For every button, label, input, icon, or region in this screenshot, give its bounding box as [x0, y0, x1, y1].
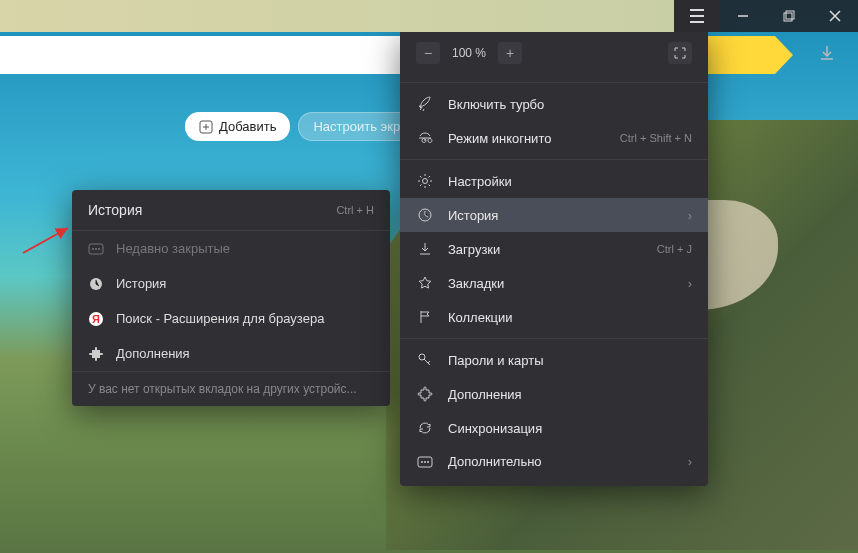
- incognito-label: Режим инкогнито: [448, 131, 606, 146]
- download-icon: [818, 44, 836, 62]
- svg-point-15: [424, 461, 426, 463]
- customize-label: Настроить экра: [313, 119, 407, 134]
- menu-button[interactable]: [674, 0, 720, 32]
- maximize-button[interactable]: [766, 0, 812, 32]
- svg-point-5: [95, 248, 97, 250]
- gear-icon: [416, 173, 434, 189]
- svg-text:Я: Я: [92, 313, 100, 325]
- svg-point-10: [423, 179, 428, 184]
- fullscreen-button[interactable]: [668, 42, 692, 64]
- plus-box-icon: [199, 120, 213, 134]
- close-button[interactable]: [812, 0, 858, 32]
- submenu-shortcut: Ctrl + H: [336, 204, 374, 216]
- passwords-item[interactable]: Пароли и карты: [400, 343, 708, 377]
- svg-point-14: [421, 461, 423, 463]
- main-menu: − 100 % + Включить турбо Режим инкогнито…: [400, 32, 708, 486]
- more-label: Дополнительно: [448, 454, 674, 469]
- chevron-right-icon: ›: [688, 208, 692, 223]
- sync-label: Синхронизация: [448, 421, 692, 436]
- bookmarks-label: Закладки: [448, 276, 674, 291]
- downloads-indicator[interactable]: [818, 44, 836, 62]
- submenu-header[interactable]: История Ctrl + H: [72, 190, 390, 231]
- flag-icon: [416, 309, 434, 325]
- more-item[interactable]: Дополнительно ›: [400, 445, 708, 478]
- incognito-item[interactable]: Режим инкогнито Ctrl + Shift + N: [400, 121, 708, 155]
- svg-point-6: [98, 248, 100, 250]
- svg-point-16: [427, 461, 429, 463]
- chevron-right-icon: ›: [688, 454, 692, 469]
- settings-item[interactable]: Настройки: [400, 164, 708, 198]
- settings-label: Настройки: [448, 174, 692, 189]
- search-ext-item[interactable]: Я Поиск - Расширения для браузера: [72, 301, 390, 336]
- addons-menu-label: Дополнения: [448, 387, 692, 402]
- chevron-right-icon: ›: [688, 276, 692, 291]
- titlebar: [0, 0, 858, 32]
- search-ext-label: Поиск - Расширения для браузера: [116, 311, 324, 326]
- sync-icon: [416, 420, 434, 436]
- submenu-footer: У вас нет открытых вкладок на других уст…: [72, 371, 390, 406]
- minimize-button[interactable]: [720, 0, 766, 32]
- download-icon: [416, 241, 434, 257]
- zoom-out-button[interactable]: −: [416, 42, 440, 64]
- separator: [400, 338, 708, 339]
- yandex-icon: Я: [88, 312, 104, 326]
- recently-closed-label: Недавно закрытые: [116, 241, 230, 256]
- submenu-title: История: [88, 202, 142, 218]
- collections-item[interactable]: Коллекции: [400, 300, 708, 334]
- minimize-icon: [737, 10, 749, 22]
- zoom-value: 100 %: [442, 46, 496, 60]
- addons-label: Дополнения: [116, 346, 190, 361]
- clock-icon: [88, 277, 104, 291]
- turbo-label: Включить турбо: [448, 97, 692, 112]
- rocket-icon: [416, 96, 434, 112]
- maximize-icon: [783, 10, 795, 22]
- downloads-shortcut: Ctrl + J: [657, 243, 692, 255]
- collections-label: Коллекции: [448, 310, 692, 325]
- separator: [400, 159, 708, 160]
- key-icon: [416, 352, 434, 368]
- history-item[interactable]: История: [72, 266, 390, 301]
- titlebar-spacer: [0, 0, 674, 32]
- hamburger-icon: [689, 9, 705, 23]
- downloads-item[interactable]: Загрузки Ctrl + J: [400, 232, 708, 266]
- history-label: История: [116, 276, 166, 291]
- puzzle-icon: [416, 386, 434, 402]
- quick-actions: Добавить Настроить экра: [185, 112, 422, 141]
- add-label: Добавить: [219, 119, 276, 134]
- svg-point-4: [92, 248, 94, 250]
- separator: [400, 82, 708, 83]
- passwords-label: Пароли и карты: [448, 353, 692, 368]
- zoom-row: − 100 % +: [400, 32, 708, 78]
- addons-item[interactable]: Дополнения: [72, 336, 390, 371]
- annotation-arrow: [18, 225, 78, 255]
- puzzle-icon: [88, 347, 104, 361]
- recently-closed-item: Недавно закрытые: [72, 231, 390, 266]
- sync-item[interactable]: Синхронизация: [400, 411, 708, 445]
- more-icon: [416, 456, 434, 468]
- close-icon: [829, 10, 841, 22]
- downloads-label: Загрузки: [448, 242, 643, 257]
- bookmarks-item[interactable]: Закладки ›: [400, 266, 708, 300]
- fullscreen-icon: [674, 47, 686, 59]
- more-icon: [88, 243, 104, 255]
- svg-rect-0: [784, 13, 792, 21]
- add-button[interactable]: Добавить: [185, 112, 290, 141]
- history-menu-item[interactable]: История ›: [400, 198, 708, 232]
- star-icon: [416, 275, 434, 291]
- history-submenu: История Ctrl + H Недавно закрытые Истори…: [72, 190, 390, 406]
- history-menu-label: История: [448, 208, 674, 223]
- incognito-shortcut: Ctrl + Shift + N: [620, 132, 692, 144]
- history-icon: [416, 207, 434, 223]
- incognito-icon: [416, 130, 434, 146]
- svg-rect-1: [786, 11, 794, 19]
- addons-menu-item[interactable]: Дополнения: [400, 377, 708, 411]
- turbo-item[interactable]: Включить турбо: [400, 87, 708, 121]
- zoom-in-button[interactable]: +: [498, 42, 522, 64]
